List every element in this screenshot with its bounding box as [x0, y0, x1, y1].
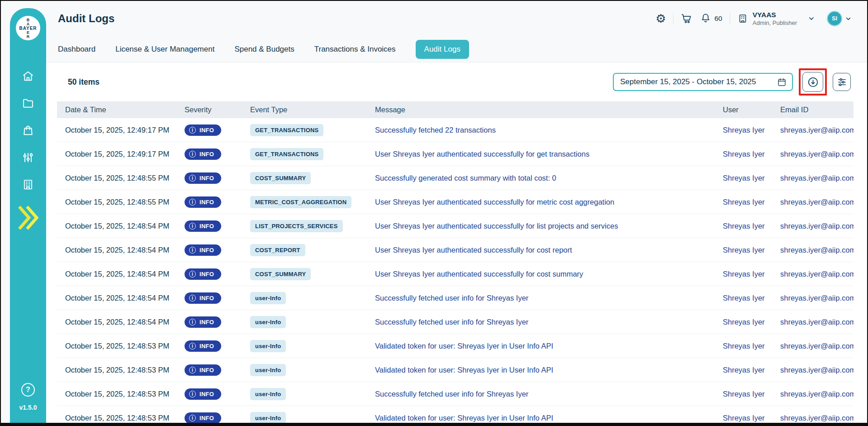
log-email: shreyas.iyer@aiip.com: [780, 246, 854, 254]
notifications-button[interactable]: 60: [700, 13, 722, 24]
tab-audit-logs[interactable]: Audit Logs: [416, 40, 469, 59]
table-row: October 15, 2025, 12:49:17 PM i INFO GET…: [57, 118, 854, 142]
main-area: Audit Logs ⚙ 60: [46, 1, 867, 423]
bayer-logo: BAYER B A E R: [15, 15, 41, 41]
sidebar: BAYER B A E R: [10, 8, 46, 423]
sidebar-item-organization[interactable]: [22, 178, 34, 191]
severity-label: INFO: [199, 271, 214, 278]
log-user: Shreyas Iyer: [723, 342, 780, 350]
svg-text:R: R: [27, 34, 30, 39]
org-info: VYAAS Admin, Publisher: [753, 11, 797, 26]
tab-transactions-invoices[interactable]: Transactions & Invoices: [314, 45, 396, 54]
log-datetime: October 15, 2025, 12:48:54 PM: [65, 246, 185, 254]
download-icon: [807, 76, 819, 88]
severity-badge: i INFO: [185, 172, 221, 184]
severity-badge: i INFO: [185, 316, 221, 328]
info-icon: i: [189, 271, 196, 278]
log-datetime: October 15, 2025, 12:48:53 PM: [65, 342, 185, 350]
filter-button[interactable]: [833, 73, 851, 91]
log-event-type-cell: user-Info: [250, 340, 375, 352]
annotation-highlight-box: [799, 68, 827, 96]
sidebar-item-projects[interactable]: [22, 97, 34, 110]
log-event-type-cell: user-Info: [250, 292, 375, 304]
divider: [730, 13, 730, 24]
log-email: shreyas.iyer@aiip.com: [780, 390, 854, 398]
log-email: shreyas.iyer@aiip.com: [780, 294, 854, 302]
log-user: Shreyas Iyer: [723, 246, 780, 254]
severity-label: INFO: [199, 367, 214, 373]
shopping-bag-icon: [22, 124, 34, 137]
log-user: Shreyas Iyer: [723, 294, 780, 302]
severity-badge: i INFO: [185, 292, 221, 304]
severity-badge: i INFO: [185, 412, 221, 424]
event-type-chip: COST_SUMMARY: [250, 268, 311, 280]
bell-icon: [700, 13, 711, 24]
notification-count: 60: [714, 14, 722, 23]
log-event-type-cell: GET_TRANSACTIONS: [250, 124, 375, 136]
metrics-sliders-icon: [22, 151, 34, 164]
sidebar-item-marketplace[interactable]: [22, 124, 34, 137]
severity-badge: i INFO: [185, 268, 221, 280]
log-event-type-cell: user-Info: [250, 316, 375, 328]
log-event-type-cell: user-Info: [250, 388, 375, 400]
table-row: October 15, 2025, 12:48:54 PM i INFO COS…: [57, 262, 854, 286]
download-button[interactable]: [802, 72, 823, 92]
gear-icon: ⚙: [655, 13, 666, 24]
log-severity-cell: i INFO: [185, 244, 250, 256]
org-switcher[interactable]: VYAAS Admin, Publisher: [737, 11, 815, 26]
log-datetime: October 15, 2025, 12:48:55 PM: [65, 198, 185, 206]
log-severity-cell: i INFO: [185, 220, 250, 232]
calendar-icon: [777, 77, 787, 87]
bayer-cross-icon: BAYER B A E R: [15, 15, 41, 41]
sidebar-expand-chevrons-icon[interactable]: [18, 205, 38, 231]
severity-label: INFO: [199, 151, 214, 158]
org-role: Admin, Publisher: [753, 19, 797, 27]
sidebar-item-metrics[interactable]: [22, 151, 34, 164]
column-header-message: Message: [375, 105, 723, 114]
log-event-type-cell: COST_SUMMARY: [250, 268, 375, 280]
log-email: shreyas.iyer@aiip.com: [780, 318, 854, 326]
event-type-chip: GET_TRANSACTIONS: [250, 124, 323, 136]
help-button[interactable]: ?: [21, 383, 35, 397]
table-row: October 15, 2025, 12:48:54 PM i INFO use…: [57, 286, 854, 310]
tab-license-user-management[interactable]: License & User Management: [115, 45, 214, 54]
user-menu[interactable]: SI: [827, 11, 852, 26]
log-email: shreyas.iyer@aiip.com: [780, 174, 854, 182]
log-user: Shreyas Iyer: [723, 390, 780, 398]
sidebar-nav: [22, 70, 34, 191]
log-severity-cell: i INFO: [185, 340, 250, 352]
severity-label: INFO: [199, 415, 214, 421]
chevron-down-icon: [845, 15, 852, 22]
column-header-datetime: Date & Time: [65, 105, 185, 114]
severity-label: INFO: [199, 343, 214, 349]
table-row: October 15, 2025, 12:48:53 PM i INFO use…: [57, 358, 854, 382]
column-header-user: User: [723, 105, 780, 114]
sidebar-item-home[interactable]: [22, 70, 34, 82]
severity-label: INFO: [199, 199, 214, 206]
severity-badge: i INFO: [185, 124, 221, 136]
log-email: shreyas.iyer@aiip.com: [780, 198, 854, 206]
log-severity-cell: i INFO: [185, 292, 250, 304]
severity-label: INFO: [199, 175, 214, 182]
date-range-picker[interactable]: September 15, 2025 - October 15, 2025: [613, 73, 793, 91]
event-type-chip: user-Info: [250, 364, 286, 376]
avatar: SI: [827, 11, 842, 26]
column-header-event-type: Event Type: [250, 105, 375, 114]
tab-dashboard[interactable]: Dashboard: [58, 45, 95, 54]
building-icon: [737, 13, 748, 24]
toolbar-actions: September 15, 2025 - October 15, 2025: [613, 68, 851, 96]
column-header-email: Email ID: [780, 105, 854, 114]
log-event-type-cell: METRIC_COST_AGGREGATION: [250, 196, 375, 208]
settings-button[interactable]: ⚙: [655, 13, 666, 24]
severity-badge: i INFO: [185, 340, 221, 352]
log-datetime: October 15, 2025, 12:49:17 PM: [65, 150, 185, 158]
log-message: Successfully fetched user info for Shrey…: [375, 390, 723, 398]
log-event-type-cell: COST_SUMMARY: [250, 172, 375, 184]
cart-button[interactable]: [681, 13, 693, 24]
app-version: v1.5.0: [19, 404, 37, 411]
tab-spend-budgets[interactable]: Spend & Budgets: [234, 45, 294, 54]
log-message: User Shreyas Iyer authenticated successf…: [375, 270, 723, 278]
cart-icon: [681, 13, 693, 24]
severity-badge: i INFO: [185, 364, 221, 376]
severity-label: INFO: [199, 295, 214, 302]
